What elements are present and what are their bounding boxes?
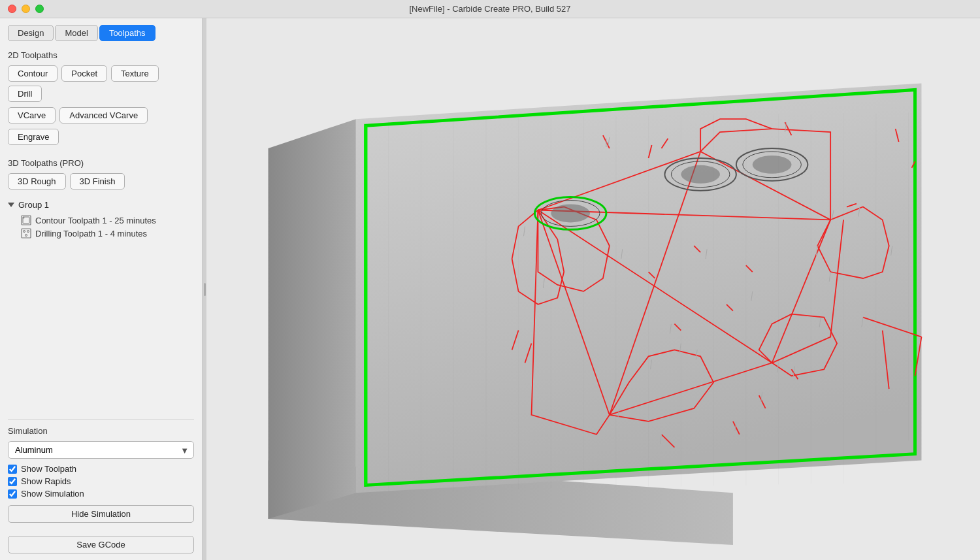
svg-point-59: [681, 165, 720, 184]
3d-rough-button[interactable]: 3D Rough: [8, 173, 66, 189]
svg-point-6: [25, 235, 27, 237]
2d-toolpaths-buttons: Contour Pocket Texture Drill: [8, 65, 194, 102]
3d-toolpaths-buttons: 3D Rough 3D Finish: [8, 173, 194, 189]
main-area: Design Model Toolpaths 2D Toolpaths Cont…: [0, 18, 980, 560]
show-simulation-checkbox[interactable]: [8, 489, 17, 499]
minimize-button[interactable]: [22, 5, 30, 13]
viewport: [206, 18, 980, 560]
advanced-vcarve-button[interactable]: Advanced VCarve: [59, 107, 148, 124]
window-title: [NewFile] - Carbide Create PRO, Build 52…: [409, 4, 570, 14]
contour-toolpath-icon: [21, 215, 31, 225]
pocket-button[interactable]: Pocket: [61, 65, 107, 82]
toolpath-drilling-label: Drilling Toolpath 1 - 4 minutes: [35, 229, 147, 239]
contour-button[interactable]: Contour: [8, 65, 57, 82]
tab-model[interactable]: Model: [55, 25, 97, 41]
maximize-button[interactable]: [35, 5, 44, 13]
tab-toolpaths[interactable]: Toolpaths: [99, 25, 155, 41]
show-toolpath-checkbox[interactable]: [8, 465, 17, 474]
engrave-row: Engrave: [8, 129, 194, 145]
simulation-label: Simulation: [8, 426, 194, 436]
simulation-section: Simulation Aluminum Wood Plastic Steel ▼…: [8, 419, 194, 523]
vcarve-buttons: VCarve Advanced VCarve: [8, 107, 194, 124]
show-rapids-label: Show Rapids: [21, 476, 71, 486]
drilling-toolpath-icon: [21, 228, 31, 239]
svg-point-2: [23, 217, 25, 219]
toolpath-contour-label: Contour Toolpath 1 - 25 minutes: [35, 216, 156, 225]
svg-point-56: [551, 205, 590, 223]
save-gcode-button[interactable]: Save GCode: [8, 536, 194, 553]
svg-point-62: [753, 156, 792, 174]
svg-marker-10: [356, 83, 922, 493]
2d-toolpaths-label: 2D Toolpaths: [8, 50, 194, 60]
group-1-header[interactable]: Group 1: [8, 200, 194, 210]
engrave-button[interactable]: Engrave: [8, 129, 59, 145]
sidebar: Design Model Toolpaths 2D Toolpaths Cont…: [0, 18, 203, 560]
material-select[interactable]: Aluminum Wood Plastic Steel: [8, 441, 194, 459]
show-toolpath-label: Show Toolpath: [21, 464, 76, 474]
svg-marker-9: [269, 119, 356, 519]
splitter-handle: [204, 283, 206, 296]
drill-button[interactable]: Drill: [8, 86, 42, 102]
save-gcode-area: Save GCode: [8, 523, 194, 553]
group-list: Group 1 Contour Toolpath 1 - 25 minutes: [8, 200, 194, 240]
texture-button[interactable]: Texture: [111, 65, 159, 82]
tab-bar: Design Model Toolpaths: [8, 25, 194, 41]
material-select-wrapper: Aluminum Wood Plastic Steel ▼: [8, 441, 194, 459]
group-triangle-icon: [8, 203, 14, 207]
vcarve-button[interactable]: VCarve: [8, 107, 56, 124]
3d-toolpaths-label: 3D Toolpaths (PRO): [8, 158, 194, 168]
toolpath-item-contour[interactable]: Contour Toolpath 1 - 25 minutes: [8, 214, 194, 227]
group-1-name: Group 1: [18, 200, 49, 210]
hide-simulation-button[interactable]: Hide Simulation: [8, 505, 194, 523]
toolpath-item-drilling[interactable]: Drilling Toolpath 1 - 4 minutes: [8, 227, 194, 240]
3d-finish-button[interactable]: 3D Finish: [70, 173, 125, 189]
show-simulation-label: Show Simulation: [21, 489, 84, 499]
svg-point-4: [24, 231, 25, 233]
show-rapids-checkbox[interactable]: [8, 477, 17, 486]
show-simulation-row: Show Simulation: [8, 489, 194, 499]
close-button[interactable]: [8, 5, 16, 13]
title-bar: [NewFile] - Carbide Create PRO, Build 52…: [0, 0, 980, 18]
tab-design[interactable]: Design: [8, 25, 54, 41]
show-toolpath-row: Show Toolpath: [8, 464, 194, 474]
svg-point-5: [27, 231, 29, 233]
traffic-lights[interactable]: [8, 5, 44, 13]
simulation-canvas: [206, 18, 980, 557]
show-rapids-row: Show Rapids: [8, 476, 194, 486]
